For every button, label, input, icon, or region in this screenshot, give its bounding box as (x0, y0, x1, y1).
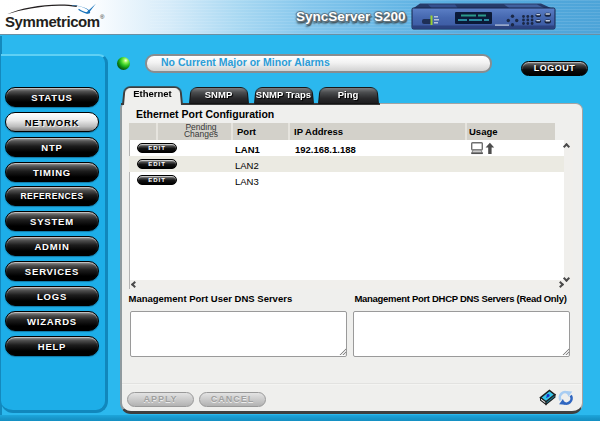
svg-text:Symmetricom: Symmetricom (5, 13, 100, 30)
svg-text:®: ® (100, 14, 105, 20)
